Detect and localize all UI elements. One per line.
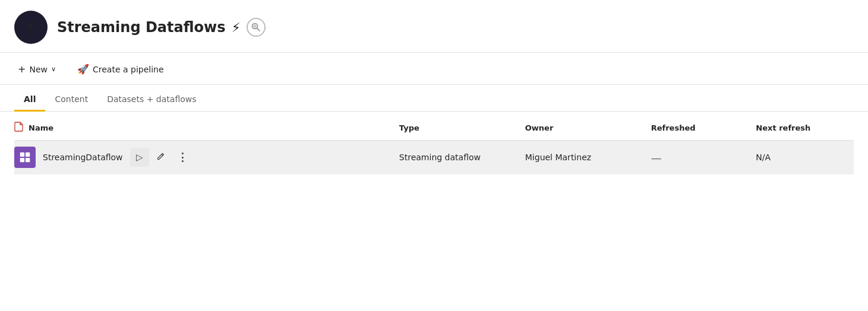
toolbar: + New ∨ 🚀 Create a pipeline <box>0 53 868 85</box>
tab-datasets-dataflows[interactable]: Datasets + dataflows <box>97 87 206 112</box>
row-actions: ▷ ⋮ <box>130 148 192 167</box>
file-header-icon <box>14 121 24 134</box>
logo-icon: ⚡ <box>26 18 36 36</box>
data-table: Name Type Owner Refreshed Next refresh <box>14 114 854 174</box>
table-header-row: Name Type Owner Refreshed Next refresh <box>14 114 854 141</box>
page-title: Streaming Dataflows <box>57 19 225 36</box>
new-label: New <box>29 65 48 74</box>
dataflow-icon <box>14 147 36 168</box>
cell-refreshed: — <box>644 141 749 174</box>
content-table-container: Name Type Owner Refreshed Next refresh <box>0 114 868 174</box>
tab-bar: All Content Datasets + dataflows <box>0 87 868 112</box>
play-button[interactable]: ▷ <box>130 148 149 167</box>
header-title-area: Streaming Dataflows ⚡ <box>57 18 266 37</box>
pipeline-icon: 🚀 <box>77 64 89 75</box>
more-icon: ⋮ <box>177 151 188 164</box>
app-logo: ⚡ <box>14 11 48 44</box>
col-header-refreshed: Refreshed <box>644 114 749 141</box>
lightning-icon: ⚡ <box>231 20 240 35</box>
tab-content[interactable]: Content <box>45 87 97 112</box>
col-header-name: Name <box>14 114 392 141</box>
svg-rect-5 <box>20 158 24 162</box>
svg-rect-4 <box>26 153 30 157</box>
col-header-type: Type <box>392 114 518 141</box>
pipeline-label: Create a pipeline <box>93 65 164 74</box>
svg-rect-3 <box>20 153 24 157</box>
col-header-next-refresh: Next refresh <box>749 114 854 141</box>
cell-next-refresh: N/A <box>749 141 854 174</box>
cell-name: StreamingDataflow ▷ <box>14 141 392 174</box>
dataflow-name[interactable]: StreamingDataflow <box>43 153 123 162</box>
more-options-button[interactable]: ⋮ <box>173 148 192 167</box>
svg-rect-6 <box>26 158 30 162</box>
settings-search-icon[interactable] <box>247 18 266 37</box>
new-chevron-icon: ∨ <box>51 65 56 73</box>
cell-type: Streaming dataflow <box>392 141 518 174</box>
new-button[interactable]: + New ∨ <box>14 61 59 77</box>
create-pipeline-button[interactable]: 🚀 Create a pipeline <box>74 61 168 77</box>
table-row: StreamingDataflow ▷ <box>14 141 854 174</box>
svg-line-1 <box>257 28 260 31</box>
edit-button[interactable] <box>151 148 171 167</box>
app-header: ⚡ Streaming Dataflows ⚡ <box>0 0 868 53</box>
col-header-owner: Owner <box>518 114 644 141</box>
edit-icon <box>156 152 165 163</box>
play-icon: ▷ <box>136 152 143 163</box>
tab-all[interactable]: All <box>14 87 45 112</box>
cell-owner: Miguel Martinez <box>518 141 644 174</box>
new-plus-icon: + <box>18 64 26 75</box>
svg-point-2 <box>254 25 256 27</box>
